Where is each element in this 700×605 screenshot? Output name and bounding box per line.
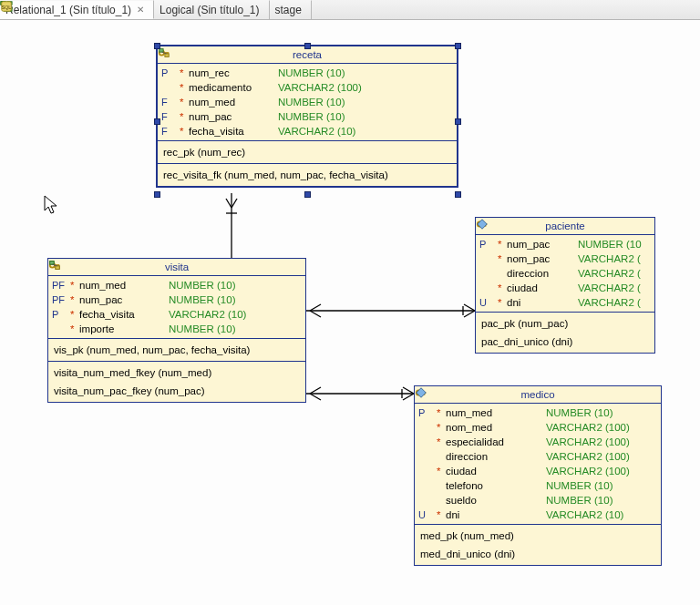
svg-line-23 — [403, 387, 414, 394]
svg-line-11 — [226, 199, 232, 208]
close-icon[interactable]: ✕ — [137, 5, 144, 15]
index-row: vis_pk (num_med, num_pac, fecha_visita) — [52, 341, 302, 359]
tab-stage[interactable]: SQL stage — [270, 0, 312, 19]
column-row: *nom_pacVARCHAR2 ( — [479, 251, 651, 266]
column-row: sueldoNUMBER (10) — [418, 493, 657, 508]
index-section: pac_pk (num_pac) pac_dni_unico (dni) — [476, 313, 654, 353]
svg-line-18 — [464, 311, 475, 317]
column-row: U*dniVARCHAR2 ( — [479, 295, 651, 310]
resize-handle[interactable] — [455, 191, 461, 198]
resize-handle[interactable] — [304, 191, 311, 198]
resize-handle[interactable] — [154, 191, 160, 198]
column-row: *medicamentoVARCHAR2 (100) — [161, 80, 453, 95]
svg-line-40 — [52, 264, 57, 266]
entity-title: visita — [48, 259, 305, 276]
svg-line-24 — [403, 394, 414, 400]
svg-rect-29 — [160, 49, 163, 53]
fk-section: visita_num_med_fkey (num_med) visita_num… — [48, 362, 305, 402]
index-row: med_dni_unico (dni) — [418, 545, 657, 563]
svg-marker-44 — [478, 220, 488, 230]
tab-label: stage — [275, 4, 302, 16]
columns-section: P*num_recNUMBER (10) *medicamentoVARCHAR… — [158, 64, 457, 141]
resize-handle[interactable] — [455, 43, 461, 49]
svg-line-21 — [310, 387, 321, 394]
column-row: *importeNUMBER (10) — [52, 322, 302, 336]
column-row: P*num_medNUMBER (10) — [418, 405, 657, 420]
column-row: P*num_recNUMBER (10) — [161, 66, 453, 80]
svg-rect-30 — [165, 54, 169, 57]
resize-handle[interactable] — [455, 118, 461, 125]
svg-marker-48 — [417, 388, 427, 398]
unique-icon — [415, 386, 427, 399]
column-row: *ciudadVARCHAR2 ( — [479, 281, 651, 295]
column-row: *ciudadVARCHAR2 (100) — [418, 464, 657, 478]
tab-label: Logical (Sin título_1) — [160, 4, 259, 16]
tab-logical[interactable]: Logical (Sin título_1) — [154, 0, 269, 19]
tab-label: Relational_1 (Sin título_1) — [5, 4, 131, 16]
entity-receta[interactable]: receta P*num_recNUMBER (10) *medicamento… — [157, 46, 458, 187]
resize-handle[interactable] — [154, 43, 160, 49]
index-row: pac_dni_unico (dni) — [479, 333, 651, 351]
column-row: *nom_medVARCHAR2 (100) — [418, 420, 657, 435]
svg-line-12 — [232, 199, 237, 208]
column-row: direccionVARCHAR2 (100) — [418, 449, 657, 464]
column-row: P*fecha_visitaVARCHAR2 (10) — [52, 307, 302, 322]
column-row: P*num_pacNUMBER (10 — [479, 237, 651, 251]
columns-section: P*num_pacNUMBER (10 *nom_pacVARCHAR2 ( d… — [476, 235, 654, 313]
index-row: visita_num_med_fkey (num_med) — [52, 364, 302, 382]
svg-text:SQL: SQL — [2, 5, 12, 10]
column-row: F*fecha_visitaVARCHAR2 (10) — [161, 124, 453, 138]
svg-line-15 — [310, 304, 321, 311]
index-row: rec_pk (num_rec) — [161, 143, 453, 161]
index-section: med_pk (num_med) med_dni_unico (dni) — [415, 525, 661, 565]
index-row: med_pk (num_med) — [418, 527, 657, 545]
fk-icon — [48, 259, 61, 272]
sql-icon: SQL — [0, 0, 13, 13]
column-row: U*dniVARCHAR2 (10) — [418, 508, 657, 522]
column-row: PF*num_pacNUMBER (10) — [52, 292, 302, 307]
column-row: PF*num_medNUMBER (10) — [52, 278, 302, 292]
entity-visita[interactable]: visita PF*num_medNUMBER (10) PF*num_pacN… — [47, 258, 306, 403]
index-row: visita_num_pac_fkey (num_pac) — [52, 382, 302, 400]
column-row: F*num_medNUMBER (10) — [161, 95, 453, 109]
svg-line-16 — [310, 311, 321, 317]
diagram-canvas[interactable]: receta P*num_recNUMBER (10) *medicamento… — [0, 20, 700, 605]
svg-line-17 — [464, 304, 475, 311]
unique-icon — [476, 218, 489, 231]
columns-section: P*num_medNUMBER (10) *nom_medVARCHAR2 (1… — [415, 404, 661, 525]
entity-paciente[interactable]: paciente P*num_pacNUMBER (10 *nom_pacVAR… — [475, 217, 655, 354]
column-row: telefonoNUMBER (10) — [418, 478, 657, 493]
svg-line-22 — [310, 394, 321, 400]
svg-rect-39 — [56, 266, 59, 270]
entity-title: paciente — [476, 218, 654, 235]
resize-handle[interactable] — [304, 43, 311, 49]
index-row: rec_visita_fk (num_med, num_pac, fecha_v… — [161, 166, 453, 184]
svg-rect-38 — [50, 261, 54, 265]
entity-title: medico — [415, 386, 661, 404]
fk-section: rec_visita_fk (num_med, num_pac, fecha_v… — [158, 164, 457, 186]
index-section: vis_pk (num_med, num_pac, fecha_visita) — [48, 339, 305, 362]
column-row: direccionVARCHAR2 ( — [479, 266, 651, 281]
column-row: *especialidadVARCHAR2 (100) — [418, 435, 657, 449]
columns-section: PF*num_medNUMBER (10) PF*num_pacNUMBER (… — [48, 276, 305, 339]
index-row: pac_pk (num_pac) — [479, 314, 651, 333]
tab-bar: Relational_1 (Sin título_1) ✕ Logical (S… — [0, 0, 700, 20]
entity-medico[interactable]: medico P*num_medNUMBER (10) *nom_medVARC… — [414, 385, 662, 566]
svg-line-31 — [161, 52, 166, 54]
tab-relational[interactable]: Relational_1 (Sin título_1) ✕ — [0, 0, 154, 19]
index-section: rec_pk (num_rec) — [158, 141, 457, 164]
resize-handle[interactable] — [154, 118, 160, 125]
column-row: F*num_pacNUMBER (10) — [161, 109, 453, 124]
